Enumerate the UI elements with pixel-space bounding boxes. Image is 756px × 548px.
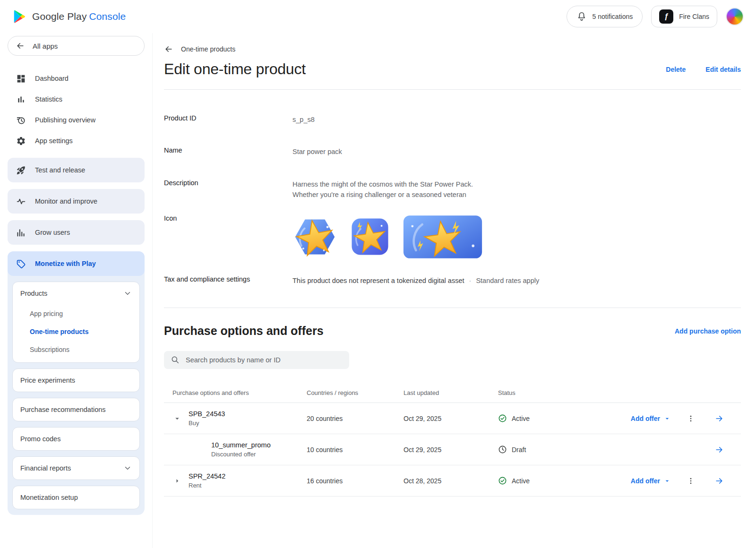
description-row: Description Harness the might of the cos…: [164, 179, 741, 200]
sidebar-item-monetization-setup[interactable]: Monetization setup: [13, 486, 139, 509]
sidebar-item-publishing-overview[interactable]: Publishing overview: [8, 110, 145, 130]
bell-icon: [576, 11, 587, 22]
breadcrumb-back-button[interactable]: [164, 44, 173, 54]
icon-label: Icon: [164, 214, 292, 222]
brand-google-play: Google Play: [32, 11, 87, 22]
sidebar-item-one-time-products[interactable]: One-time products: [13, 323, 139, 341]
product-id-label: Product ID: [164, 114, 292, 122]
last-updated-cell: Oct 29, 2025: [404, 415, 498, 422]
sidebar-item-app-pricing[interactable]: App pricing: [13, 305, 139, 323]
description-line-2: Whether you're a rising challenger or a …: [292, 189, 473, 200]
sidebar-item-subscriptions[interactable]: Subscriptions: [13, 341, 139, 359]
purchase-recommendations-card: Purchase recommendations: [12, 398, 140, 421]
caret-down-icon: [173, 414, 181, 423]
product-id-row: Product ID s_p_s8: [164, 114, 741, 125]
sidebar-item-label: App settings: [35, 137, 73, 145]
dashboard-icon: [15, 74, 26, 84]
last-updated-cell: Oct 28, 2025: [404, 477, 498, 485]
add-offer-label: Add offer: [631, 477, 660, 485]
row-menu-button[interactable]: [682, 472, 699, 489]
table-row[interactable]: SPB_24543 Buy 20 countries Oct 29, 2025 …: [164, 403, 741, 434]
delete-button[interactable]: Delete: [666, 66, 686, 73]
app-switcher-button[interactable]: ƒ Fire Clans: [651, 6, 717, 27]
open-row-button[interactable]: [711, 472, 728, 489]
monetization-setup-card: Monetization setup: [12, 486, 140, 509]
sidebar-item-price-experiments[interactable]: Price experiments: [13, 369, 139, 392]
chevron-down-icon: [123, 464, 132, 472]
publishing-overview-icon: [15, 115, 26, 125]
sidebar-item-monetize-with-play[interactable]: Monetize with Play: [8, 251, 145, 276]
sidebar-item-statistics[interactable]: Statistics: [8, 89, 145, 110]
table-row-nested[interactable]: 10_summer_promo Discounted offer 10 coun…: [164, 434, 741, 465]
sidebar-item-financial-reports[interactable]: Financial reports: [13, 457, 139, 480]
notifications-button[interactable]: 5 notifications: [567, 6, 643, 27]
expand-row-button[interactable]: [168, 471, 187, 490]
purchase-option-cell: SPB_24543 Buy: [189, 404, 307, 432]
table-row[interactable]: SPR_24542 Rent 16 countries Oct 28, 2025…: [164, 465, 741, 497]
title-row: Edit one-time product Delete Edit detail…: [164, 60, 741, 78]
fire-clans-app-icon: ƒ: [659, 9, 673, 24]
top-bar: Google PlayConsole 5 notifications ƒ Fir…: [0, 0, 756, 33]
purchase-option-type: Buy: [189, 420, 307, 427]
sidebar-item-dashboard[interactable]: Dashboard: [8, 68, 145, 89]
star-pack-banner-icon: [403, 214, 483, 259]
breadcrumb-label[interactable]: One-time products: [181, 45, 235, 53]
sidebar-item-purchase-recommendations[interactable]: Purchase recommendations: [13, 398, 139, 421]
offer-type: Discounted offer: [211, 451, 307, 458]
name-row: Name Star power pack: [164, 146, 741, 157]
promo-codes-card: Promo codes: [12, 427, 140, 451]
sidebar-section-label: Grow users: [35, 229, 70, 236]
row-actions: Add offer: [614, 472, 741, 489]
chevron-down-icon: [123, 289, 132, 298]
divider: [164, 308, 741, 308]
purchase-section-title: Purchase options and offers: [164, 324, 324, 338]
tax-label: Tax and compliance settings: [164, 275, 292, 283]
play-console-logo[interactable]: Google PlayConsole: [12, 9, 126, 24]
products-group-toggle[interactable]: Products: [13, 282, 139, 305]
star-pack-hexagon-icon: [292, 214, 337, 259]
title-actions: Delete Edit details: [666, 66, 741, 73]
sidebar-link-label: Purchase recommendations: [20, 406, 106, 413]
caret-down-icon: [663, 477, 671, 485]
countries-cell: 20 countries: [307, 415, 404, 422]
product-icon-set: [292, 214, 483, 259]
edit-details-button[interactable]: Edit details: [705, 66, 741, 73]
sidebar-nav: Dashboard Statistics Publishing overview…: [8, 68, 145, 151]
sidebar-item-label: Dashboard: [35, 75, 69, 82]
add-offer-button[interactable]: Add offer: [631, 477, 671, 485]
back-arrow-icon: [164, 44, 173, 54]
growth-chart-icon: [15, 228, 26, 238]
collapse-row-button[interactable]: [168, 409, 187, 428]
brand-text: Google PlayConsole: [32, 11, 126, 22]
sidebar-item-app-settings[interactable]: App settings: [8, 130, 145, 151]
status-badge: Active: [512, 415, 530, 422]
sidebar-item-monitor-and-improve[interactable]: Monitor and improve: [8, 189, 145, 214]
sidebar-item-test-and-release[interactable]: Test and release: [8, 158, 145, 182]
add-purchase-option-button[interactable]: Add purchase option: [675, 327, 741, 335]
draft-clock-icon: [498, 445, 507, 454]
financial-reports-card: Financial reports: [12, 456, 140, 480]
column-header: Status: [498, 389, 614, 396]
open-row-button[interactable]: [711, 441, 728, 458]
kebab-menu-icon: [687, 477, 695, 485]
column-header: Countries / regions: [307, 389, 404, 396]
add-offer-label: Add offer: [631, 415, 660, 422]
sidebar-item-grow-users[interactable]: Grow users: [8, 220, 145, 245]
add-offer-button[interactable]: Add offer: [631, 415, 671, 422]
app-name-label: Fire Clans: [679, 13, 709, 20]
countries-cell: 16 countries: [307, 477, 404, 485]
search-input[interactable]: [186, 356, 343, 364]
search-box[interactable]: [164, 351, 349, 369]
arrow-right-icon: [714, 476, 724, 486]
purchase-option-name: SPB_24543: [189, 410, 307, 418]
account-avatar[interactable]: [726, 8, 744, 26]
last-updated-cell: Oct 29, 2025: [404, 446, 498, 454]
all-apps-button[interactable]: All apps: [8, 36, 145, 56]
sidebar-item-label: Publishing overview: [35, 116, 95, 124]
row-menu-button[interactable]: [682, 410, 699, 427]
sidebar-section-label: Monetize with Play: [35, 260, 96, 267]
sidebar-item-promo-codes[interactable]: Promo codes: [13, 428, 139, 450]
products-group-label: Products: [20, 290, 47, 297]
open-row-button[interactable]: [711, 410, 728, 427]
offer-name: 10_summer_promo: [211, 441, 307, 449]
